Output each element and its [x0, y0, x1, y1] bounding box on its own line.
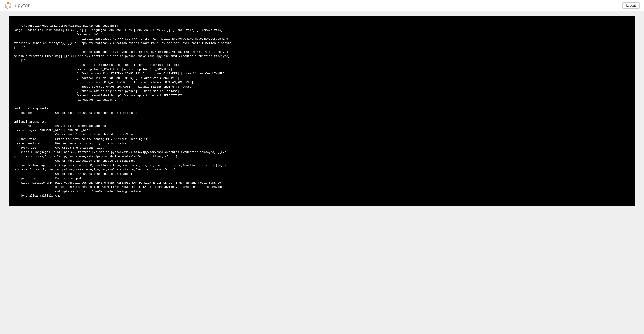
- terminal-container: ~/yggdrasil/yggdrasil/demos/CiS2021-hack…: [9, 16, 635, 206]
- logout-button[interactable]: Logout: [622, 2, 640, 9]
- svg-point-2: [9, 6, 12, 8]
- app-title: jupyter: [14, 3, 30, 8]
- logo-area: jupyter: [4, 2, 30, 9]
- terminal-text: ~/yggdrasil/yggdrasil/demos/CiS2021-hack…: [14, 24, 232, 198]
- app-header: jupyter Logout: [0, 0, 644, 11]
- jupyter-logo-icon: [4, 2, 12, 9]
- main-content: ~/yggdrasil/yggdrasil/demos/CiS2021-hack…: [0, 11, 644, 210]
